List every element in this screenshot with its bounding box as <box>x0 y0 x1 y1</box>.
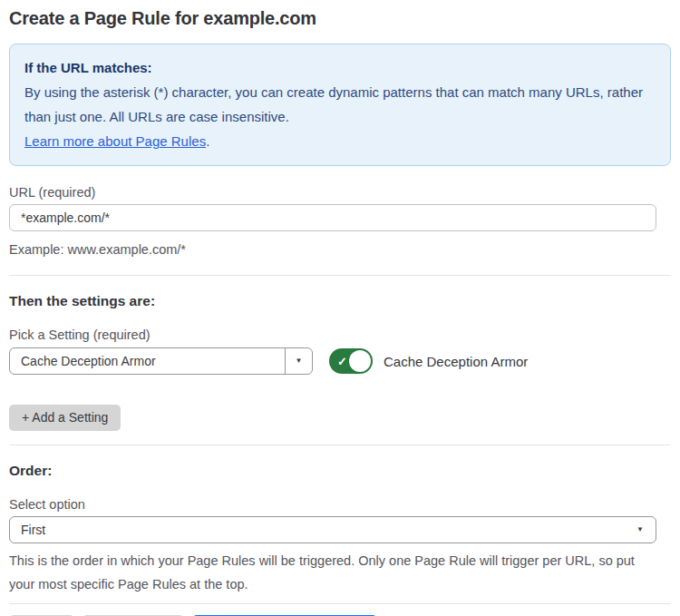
order-select[interactable]: First ▼ <box>9 516 656 543</box>
order-select-value: First <box>10 523 636 537</box>
add-setting-button[interactable]: + Add a Setting <box>9 405 121 431</box>
create-page-rule-form: Create a Page Rule for example.com If th… <box>0 0 680 616</box>
setting-select-value: Cache Deception Armor <box>10 354 285 368</box>
learn-more-link[interactable]: Learn more about Page Rules <box>24 133 206 149</box>
toggle-label: Cache Deception Armor <box>384 354 528 369</box>
setting-select-arrow-button[interactable]: ▼ <box>285 348 312 374</box>
pick-setting-label: Pick a Setting (required) <box>9 328 671 342</box>
info-box-link-line: Learn more about Page Rules. <box>24 129 656 153</box>
info-box-heading: If the URL matches: <box>24 55 656 80</box>
check-icon: ✓ <box>337 356 347 367</box>
url-label: URL (required) <box>9 185 671 200</box>
info-box-body: By using the asterisk (*) character, you… <box>24 80 656 129</box>
link-suffix: . <box>206 133 209 149</box>
footer-divider <box>9 603 671 604</box>
section-divider <box>9 445 671 445</box>
url-match-info-box: If the URL matches: By using the asteris… <box>9 44 671 166</box>
setting-row: Cache Deception Armor ▼ ✓ Cache Deceptio… <box>9 347 671 375</box>
url-helper-text: Example: www.example.com/* <box>9 238 671 261</box>
chevron-down-icon: ▼ <box>296 357 303 365</box>
setting-toggle[interactable]: ✓ <box>329 348 373 374</box>
setting-select[interactable]: Cache Deception Armor ▼ <box>9 347 313 375</box>
chevron-down-icon: ▼ <box>636 526 656 533</box>
toggle-knob <box>349 350 371 372</box>
order-section-heading: Order: <box>9 464 671 478</box>
order-select-label: Select option <box>9 497 671 512</box>
settings-section-heading: Then the settings are: <box>9 294 671 308</box>
page-title: Create a Page Rule for example.com <box>9 7 671 29</box>
order-helper-text: This is the order in which your Page Rul… <box>9 549 656 596</box>
section-divider <box>9 275 671 276</box>
url-input[interactable] <box>9 204 656 231</box>
